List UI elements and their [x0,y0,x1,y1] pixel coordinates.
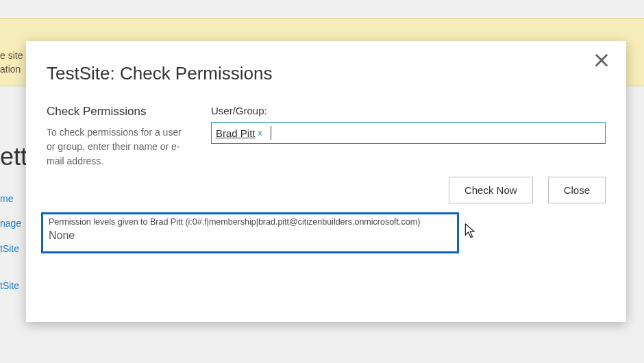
bg-text-fragment: ation [0,63,23,77]
user-group-label: User/Group: [211,105,606,116]
text-caret [271,126,271,140]
permission-results-heading: Permission levels given to Brad Pitt (i:… [49,217,451,227]
nav-link[interactable]: nage [0,218,21,229]
close-icon[interactable] [592,51,611,70]
nav-link[interactable]: tSite [0,280,19,291]
page-heading-fragment: ett [0,142,27,171]
permission-results-box: Permission levels given to Brad Pitt (i:… [41,212,459,253]
section-heading: Check Permissions [47,105,184,118]
people-chip-remove-icon[interactable]: x [258,128,262,138]
close-button[interactable]: Close [548,177,606,203]
notification-text: e site ation [0,49,23,76]
people-chip-name[interactable]: Brad Pitt [216,127,256,139]
dialog-description-column: Check Permissions To check permissions f… [47,105,184,168]
check-permissions-dialog: TestSite: Check Permissions Check Permis… [26,41,626,322]
dialog-form-column: User/Group: Brad Pitt x Check Now Close [211,105,606,203]
people-picker-text-input[interactable] [274,124,601,142]
dialog-title: TestSite: Check Permissions [47,63,606,84]
dialog-button-row: Check Now Close [211,177,606,203]
nav-link[interactable]: tSite [0,243,19,254]
permission-results-value: None [49,229,451,242]
user-group-input[interactable]: Brad Pitt x [211,122,606,144]
check-now-button[interactable]: Check Now [449,177,533,203]
nav-link[interactable]: me [0,193,13,204]
bg-text-fragment: e site [0,49,23,63]
section-description: To check permissions for a user or group… [47,125,184,168]
left-nav-fragment: me nage tSite tSite [0,186,21,299]
